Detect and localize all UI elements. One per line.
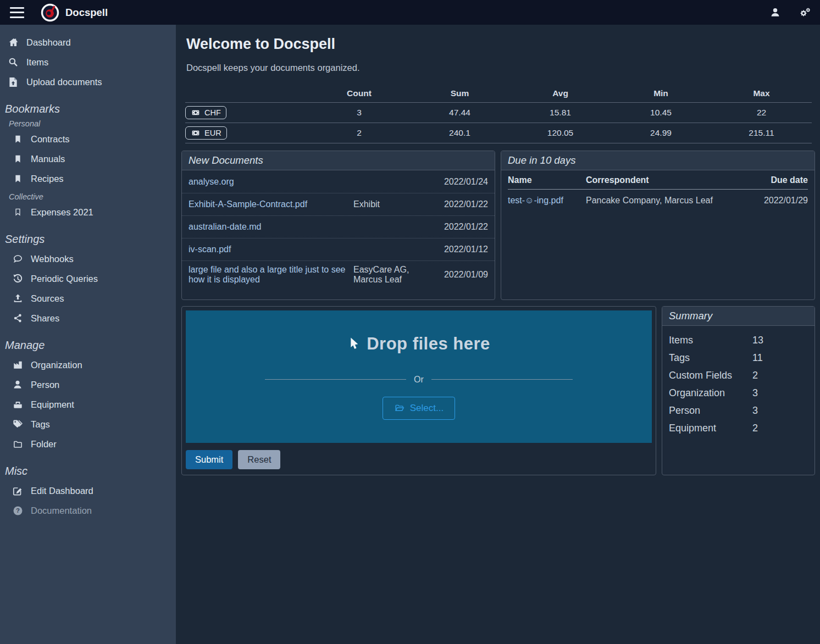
menu-toggle-icon[interactable] — [10, 7, 24, 18]
sidebar-item-items[interactable]: Items — [0, 52, 176, 72]
summary-panel: Summary Items 13 Tags 11 Custom Fields 2 — [662, 306, 815, 475]
sidebar-item-label: Periodic Queries — [31, 274, 98, 284]
money-bill-icon — [191, 129, 201, 137]
sidebar-item-shares[interactable]: Shares — [0, 308, 176, 328]
sidebar-item-documentation[interactable]: ? Documentation — [0, 501, 176, 520]
document-link[interactable]: australian-date.md — [189, 222, 353, 232]
sidebar-item-label: Organization — [31, 360, 82, 370]
sidebar-item-label: Dasbhoard — [26, 37, 71, 48]
sidebar-item-person[interactable]: Person — [0, 375, 176, 395]
folder-open-icon — [394, 403, 405, 413]
document-row: analyse.org 2022/01/24 — [182, 170, 495, 193]
new-documents-panel: New Documents analyse.org 2022/01/24 Exh… — [181, 151, 495, 300]
sidebar-item-organization[interactable]: Organization — [0, 355, 176, 375]
sidebar-item-label: Items — [26, 57, 48, 68]
sidebar-item-label: Recipes — [31, 174, 64, 184]
panel-title: New Documents — [182, 151, 495, 170]
summary-label: Equipment — [669, 423, 752, 434]
sidebar-item-label: Expenses 2021 — [31, 207, 93, 218]
document-correspondent: Pancake Company, Marcus Leaf — [586, 196, 738, 206]
or-label: Or — [414, 375, 424, 385]
sidebar-item-label: Sources — [31, 293, 64, 304]
sidebar-item-periodic-queries[interactable]: Periodic Queries — [0, 269, 176, 288]
sidebar-item-expenses-2021[interactable]: Expenses 2021 — [0, 202, 176, 222]
main-content: Welcome to Docspell Docspell keeps your … — [176, 25, 820, 644]
document-date: 2022/01/24 — [436, 177, 488, 187]
stats-header: Max — [711, 88, 812, 98]
bookmark-icon — [12, 134, 23, 144]
person-icon — [12, 380, 23, 390]
document-date: 2022/01/09 — [436, 270, 488, 280]
sidebar-item-recipes[interactable]: Recipes — [0, 169, 176, 188]
settings-menu-button[interactable] — [798, 7, 811, 18]
file-upload-icon — [8, 77, 19, 87]
summary-value: 13 — [752, 335, 808, 346]
sidebar-item-label: Folder — [31, 439, 57, 449]
sidebar-item-label: Webhooks — [31, 254, 74, 264]
document-correspondent: Exhibit — [353, 199, 436, 209]
user-menu-button[interactable] — [770, 7, 780, 18]
summary-value: 2 — [752, 370, 808, 381]
sidebar-item-sources[interactable]: Sources — [0, 288, 176, 308]
due-row: test-☺-ing.pdf Pancake Company, Marcus L… — [508, 190, 808, 212]
comment-icon — [12, 254, 23, 264]
toolbox-icon — [12, 399, 23, 409]
document-link[interactable]: iv-scan.pdf — [189, 245, 353, 254]
summary-value: 3 — [752, 405, 808, 417]
document-link[interactable]: large file and also a large title just t… — [189, 265, 353, 285]
sidebar-item-edit-dashboard[interactable]: Edit Dashboard — [0, 481, 176, 501]
edit-icon — [12, 486, 23, 496]
sidebar-item-manuals[interactable]: Manuals — [0, 149, 176, 169]
currency-badge: EUR — [185, 126, 227, 140]
sidebar-item-webhooks[interactable]: Webhooks — [0, 249, 176, 269]
search-icon — [8, 57, 19, 67]
sidebar-item-label: Tags — [31, 419, 50, 430]
stat-avg: 15.81 — [510, 108, 611, 118]
panel-title: Summary — [662, 307, 815, 326]
document-row: australian-date.md 2022/01/22 — [182, 215, 495, 238]
document-correspondent: EasyCare AG, Marcus Leaf — [353, 265, 436, 285]
sidebar-item-folder[interactable]: Folder — [0, 434, 176, 454]
summary-row: Tags 11 — [669, 349, 808, 367]
document-link[interactable]: analyse.org — [189, 177, 353, 187]
bookmark-group-collective: Collective — [0, 192, 176, 201]
document-row: large file and also a large title just t… — [182, 260, 495, 288]
stat-min: 10.45 — [611, 108, 711, 118]
sidebar-item-equipment[interactable]: Equipment — [0, 395, 176, 414]
panel-title: Due in 10 days — [501, 151, 815, 170]
summary-row: Custom Fields 2 — [669, 367, 808, 384]
sidebar-item-upload-documents[interactable]: Upload documents — [0, 72, 176, 92]
stat-sum: 240.1 — [409, 128, 510, 138]
document-row: iv-scan.pdf 2022/01/12 — [182, 238, 495, 260]
document-link[interactable]: test-☺-ing.pdf — [508, 196, 586, 206]
bookmark-outline-icon — [12, 207, 23, 217]
stats-row-eur: EUR 2 240.1 120.05 24.99 215.11 — [185, 123, 812, 143]
sidebar-item-tags[interactable]: Tags — [0, 414, 176, 434]
file-dropzone[interactable]: Drop files here Or Select... — [186, 310, 652, 443]
currency-label: EUR — [204, 129, 221, 137]
cogs-icon — [798, 7, 811, 18]
select-files-button[interactable]: Select... — [383, 397, 455, 420]
docspell-logo[interactable] — [41, 3, 59, 22]
folder-icon — [12, 440, 23, 449]
summary-label: Tags — [669, 352, 752, 364]
user-icon — [770, 7, 780, 18]
submit-button[interactable]: Submit — [186, 450, 232, 469]
currency-badge: CHF — [185, 106, 226, 119]
document-date: 2022/01/22 — [436, 222, 488, 232]
column-header: Name — [508, 175, 586, 185]
document-link[interactable]: Exhibit-A-Sample-Contract.pdf — [189, 199, 353, 209]
industry-icon — [12, 360, 23, 370]
sidebar-item-label: Equipment — [31, 399, 74, 410]
stat-count: 2 — [309, 128, 409, 138]
sidebar-item-contracts[interactable]: Contracts — [0, 129, 176, 149]
sidebar-item-dashboard[interactable]: Dasbhoard — [0, 32, 176, 52]
stats-header: Avg — [510, 88, 611, 98]
sidebar: Dasbhoard Items Upload documents Bookmar… — [0, 25, 176, 644]
bookmark-group-personal: Personal — [0, 119, 176, 128]
stats-table: Count Sum Avg Min Max CHF 3 47.44 15.81 … — [185, 84, 812, 143]
reset-button[interactable]: Reset — [238, 450, 280, 469]
stats-header: Count — [309, 88, 409, 98]
column-header: Correspondent — [586, 175, 738, 185]
summary-value: 11 — [752, 352, 808, 364]
